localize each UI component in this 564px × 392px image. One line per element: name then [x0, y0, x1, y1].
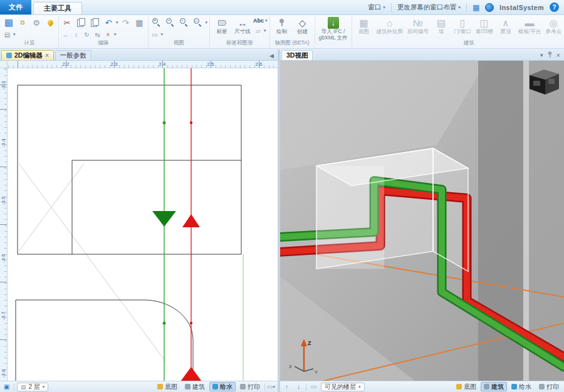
door-window-button[interactable]: ▯ 门/窗口: [452, 16, 473, 36]
dimension-line-button[interactable]: ↔ 尺寸线: [232, 16, 253, 36]
undo-button[interactable]: ↶: [102, 16, 115, 29]
calculation-options-button[interactable]: ⚙: [30, 16, 43, 29]
layer-lock-button[interactable]: ▣: [2, 383, 11, 391]
layer-tab-base-map[interactable]: 底图: [154, 382, 180, 391]
ribbon-tab-main-tools[interactable]: 主要工具: [33, 2, 82, 14]
floor-selector[interactable]: ▤ 2 层 ▾: [17, 383, 48, 391]
base-map-icon: ▦: [359, 17, 368, 29]
mirror-button[interactable]: ⇆: [93, 30, 102, 39]
stretch-button[interactable]: ↕: [71, 30, 81, 39]
building-outline-button[interactable]: ⌂ 建筑外轮廓: [375, 16, 405, 36]
ruler-corner: [0, 61, 8, 68]
mirror-icon: ⇆: [95, 31, 100, 38]
window-menu[interactable]: 窗口 ▾: [368, 3, 385, 12]
chevron-down-icon[interactable]: ▾: [206, 20, 208, 25]
undo-icon: ↶: [105, 18, 112, 28]
zoom-in-button[interactable]: +: [150, 16, 163, 29]
tab-general-params[interactable]: 一般参数: [55, 50, 91, 60]
box-translucency-veil: [316, 166, 384, 269]
screen-select-button[interactable]: ▭ ▾: [266, 383, 276, 391]
chevron-down-icon[interactable]: ▾: [264, 28, 266, 33]
chevron-down-icon[interactable]: ▾: [13, 32, 16, 37]
monitor-icon: ▭: [267, 383, 273, 390]
zoom-extents-button[interactable]: ▫: [178, 16, 191, 29]
tab-3d-view[interactable]: 3D视图: [281, 50, 313, 60]
group-label-labels: 标签和图形: [212, 39, 268, 48]
label-tool-button[interactable]: 标签: [212, 16, 232, 36]
base-map-button[interactable]: ▦ 底图: [354, 16, 374, 36]
room-number-button[interactable]: № 房间编号: [405, 16, 431, 36]
tab-scroll-left-icon[interactable]: ◀: [269, 53, 274, 59]
layer-tab-print[interactable]: 打印: [237, 382, 263, 391]
import-ifc-button[interactable]: ↓ 导入 IFC / gbXML 文件: [317, 16, 350, 41]
screen-layout-menu[interactable]: 更改屏幕的窗口布置 ▾: [397, 3, 461, 12]
horizontal-ruler: 2.2 2.3 2.4 2.5 2.6: [8, 61, 278, 68]
monitor-icon: ▭: [311, 383, 316, 390]
view-mode-button[interactable]: ▭: [150, 30, 160, 39]
axon-draw-button[interactable]: 绘制: [272, 16, 292, 36]
redo-button[interactable]: ↷: [120, 16, 132, 29]
group-label-view: 视图: [150, 39, 208, 48]
close-icon[interactable]: ×: [45, 52, 49, 59]
svg-text:Y: Y: [315, 370, 318, 374]
layer-tab-print[interactable]: 打印: [536, 382, 562, 391]
calculate-button[interactable]: ▦: [3, 16, 15, 29]
file-menu-button[interactable]: 文件: [0, 0, 31, 14]
2d-canvas[interactable]: [8, 68, 278, 381]
auto-hide-pin-icon[interactable]: [547, 51, 551, 58]
axon-create-button[interactable]: ◇ 创建: [293, 16, 313, 36]
floor-down-button[interactable]: ↓: [294, 383, 303, 391]
chevron-down-icon[interactable]: ▾: [114, 32, 117, 37]
base-map-layer-icon: [157, 384, 163, 389]
group-label-edit: 编辑: [61, 39, 146, 48]
reference-point-button[interactable]: ◎ 参考点: [543, 16, 563, 36]
shape-tool-button[interactable]: ▱: [253, 26, 263, 35]
layer-tab-building[interactable]: 建筑: [481, 382, 507, 391]
monitor-icon: ▭: [152, 31, 157, 38]
right-tabbar: 3D视图 ▾ ×: [280, 49, 564, 61]
slab-platform-button[interactable]: ▬ 楼板/平台: [516, 16, 543, 36]
ribbon-group-view: + − ▫ ↔ ▾ ▭ ▾ 视图: [149, 16, 211, 48]
zoom-selection-button[interactable]: ↔: [192, 16, 204, 29]
layer-tab-water-supply[interactable]: 给水: [508, 382, 535, 391]
text-tool-button[interactable]: Abc: [253, 16, 264, 25]
zoom-out-button[interactable]: −: [164, 16, 177, 29]
wall-button[interactable]: ▤ 墙: [431, 16, 451, 36]
application-window: 文件 主要工具 窗口 ▾ 更改屏幕的窗口布置 ▾ ▦ InstalSystem …: [0, 0, 564, 392]
layer-tab-building[interactable]: 建筑: [182, 382, 208, 391]
grid-edit-button[interactable]: ▦: [133, 16, 146, 29]
layer-tab-water-supply[interactable]: 给水: [209, 382, 236, 391]
delete-button[interactable]: ×: [103, 30, 113, 39]
close-icon[interactable]: ×: [556, 51, 560, 59]
copy-icon: [77, 18, 85, 27]
chevron-down-icon: ▾: [458, 5, 461, 10]
water-tool-button[interactable]: [44, 16, 56, 29]
tab-2d-editor[interactable]: 2D编辑器 ×: [1, 50, 54, 60]
roof-button[interactable]: ∧ 屋顶: [496, 16, 516, 36]
rotate-button[interactable]: ↻: [82, 30, 91, 39]
right-statusbar: ↑ ↓ ▭ 可见的楼层 ▾ 底图 建筑: [280, 381, 564, 392]
paste-button[interactable]: [88, 16, 101, 29]
window-recess-button[interactable]: ◫ 窗/凹槽: [474, 16, 495, 36]
chevron-down-icon[interactable]: ▾: [116, 20, 118, 25]
cut-button[interactable]: ✂: [61, 16, 73, 29]
visible-floors-selector[interactable]: 可见的楼层 ▾: [321, 383, 365, 391]
delete-icon: ×: [107, 31, 110, 38]
chevron-down-icon[interactable]: ▾: [265, 18, 268, 23]
mini-calculator-button[interactable]: ▤: [3, 30, 12, 39]
reference-point-icon: ◎: [550, 17, 558, 29]
3d-viewport[interactable]: Z X Y: [280, 61, 564, 381]
recess-icon: ◫: [480, 17, 489, 29]
window-grid-icon[interactable]: ▦: [473, 3, 479, 12]
layer-tab-base-map[interactable]: 底图: [453, 382, 479, 391]
visibility-button[interactable]: ▭: [309, 383, 318, 391]
move-button[interactable]: ↔: [61, 30, 70, 39]
floor-up-button[interactable]: ↑: [282, 383, 291, 391]
copy-button[interactable]: [75, 16, 87, 29]
rotate-icon: ↻: [84, 31, 89, 38]
cost-estimate-button[interactable]: ¤: [16, 16, 29, 29]
chevron-down-icon[interactable]: ▾: [161, 32, 164, 37]
help-button[interactable]: ?: [550, 3, 559, 12]
dock-menu-icon[interactable]: ▾: [540, 52, 543, 58]
zoom-selection-icon: ↔: [194, 18, 202, 27]
